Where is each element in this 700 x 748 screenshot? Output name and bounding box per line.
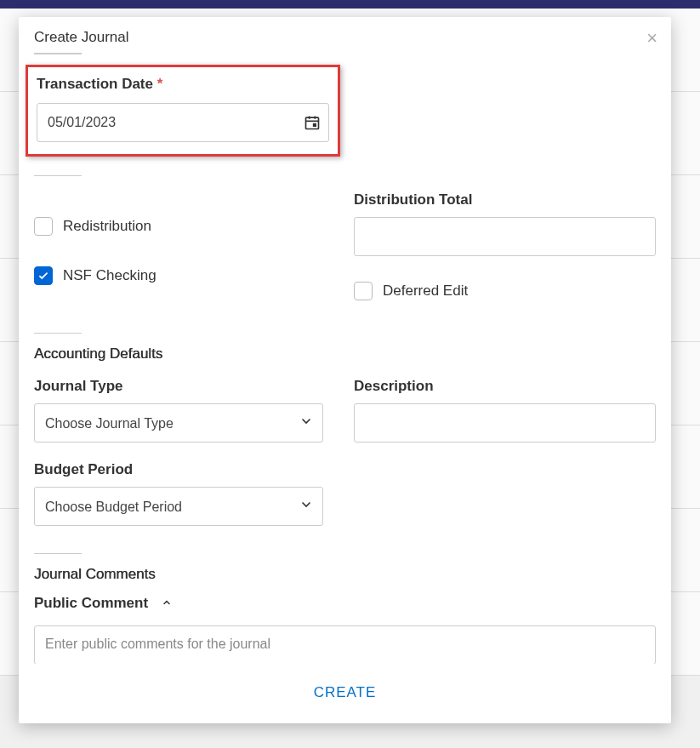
transaction-date-label: Transaction Date * (37, 76, 329, 93)
chevron-up-icon[interactable] (160, 596, 174, 611)
description-input[interactable] (354, 403, 656, 443)
redistribution-label: Redistribution (63, 218, 151, 235)
transaction-date-input[interactable] (37, 103, 329, 142)
deferred-edit-label: Deferred Edit (383, 283, 468, 300)
journal-comments-heading: Journal Comments (34, 566, 656, 583)
svg-rect-0 (306, 117, 319, 128)
transaction-date-highlight: Transaction Date * (26, 65, 340, 157)
budget-period-label: Budget Period (34, 461, 323, 478)
journal-type-label: Journal Type (34, 378, 323, 395)
close-icon[interactable]: × (646, 29, 657, 48)
required-star: * (157, 76, 163, 92)
modal-title: Create Journal (34, 29, 656, 46)
modal-header: Create Journal × (19, 17, 671, 54)
deferred-edit-checkbox[interactable] (354, 282, 373, 300)
nsf-checking-checkbox[interactable] (34, 266, 53, 285)
section-divider (34, 553, 82, 554)
public-comment-label: Public Comment (34, 595, 148, 612)
accounting-defaults-heading: Accounting Defaults (34, 345, 656, 363)
public-comment-textarea[interactable] (34, 625, 656, 664)
distribution-total-input[interactable] (354, 217, 656, 256)
section-divider (34, 333, 82, 334)
distribution-total-label: Distribution Total (354, 191, 656, 208)
journal-type-select[interactable]: Choose Journal Type (34, 403, 323, 443)
modal-footer: CREATE (19, 664, 671, 723)
create-button[interactable]: CREATE (297, 677, 394, 708)
redistribution-checkbox[interactable] (34, 217, 53, 236)
modal-body[interactable]: Transaction Date * (19, 54, 671, 664)
calendar-icon[interactable] (304, 114, 321, 131)
create-journal-modal: Create Journal × Transaction Date * (19, 17, 671, 723)
section-divider (34, 175, 82, 176)
budget-period-select[interactable]: Choose Budget Period (34, 487, 323, 526)
svg-rect-4 (313, 123, 316, 127)
description-label: Description (354, 378, 656, 395)
nsf-checking-label: NSF Checking (63, 267, 157, 284)
app-top-bar (0, 0, 700, 9)
